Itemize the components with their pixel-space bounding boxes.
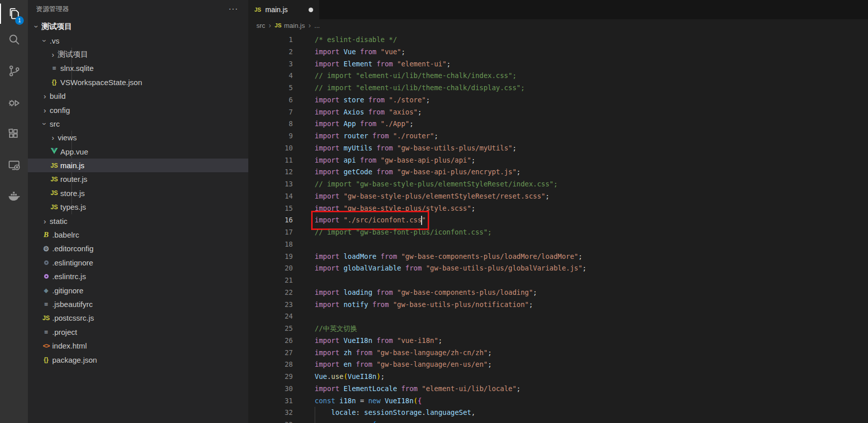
- code-line-23[interactable]: 23import notify from "gw-base-utils-plus…: [248, 299, 868, 311]
- tree-item-.eslintrc.js[interactable]: .eslintrc.js: [28, 270, 248, 283]
- more-actions-icon[interactable]: ···: [229, 5, 238, 14]
- chevron-right-icon: ›: [40, 92, 50, 100]
- code-line-32[interactable]: 32 locale: sessionStorage.languageSet,: [248, 407, 868, 419]
- tree-item-main.js[interactable]: JSmain.js: [28, 159, 248, 172]
- tree-item-slnx.sqlite[interactable]: ≡slnx.sqlite: [28, 61, 248, 75]
- line-number: 33: [248, 419, 293, 423]
- code-line-18[interactable]: 18: [248, 239, 868, 251]
- tree-item-router.js[interactable]: JSrouter.js: [28, 172, 248, 186]
- tree-item-.vs[interactable]: ›.vs: [28, 33, 248, 47]
- tree-item-测试项目[interactable]: ›测试项目: [28, 20, 248, 33]
- extensions-icon[interactable]: [0, 122, 28, 146]
- code-line-33[interactable]: 33 messages: {: [248, 419, 868, 423]
- remote-explorer-icon[interactable]: [0, 153, 28, 178]
- source-control-icon[interactable]: [0, 59, 28, 83]
- tree-item-App.vue[interactable]: App.vue: [28, 145, 248, 159]
- tree-item-src[interactable]: ›src: [28, 117, 248, 131]
- code-line-21[interactable]: 21: [248, 275, 868, 287]
- modified-dot-icon[interactable]: [309, 8, 313, 12]
- breadcrumb-item-src[interactable]: src: [256, 22, 265, 29]
- tree-item-.jsbeautifyrc[interactable]: ≡.jsbeautifyrc: [28, 297, 248, 311]
- tree-item-package.json[interactable]: {}package.json: [28, 353, 248, 366]
- highlight-box: import "./src/iconfont.css": [315, 214, 426, 226]
- tree-item-.postcssrc.js[interactable]: JS.postcssrc.js: [28, 311, 248, 325]
- line-number: 13: [248, 178, 293, 190]
- tree-item-label: static: [50, 217, 67, 225]
- tree-item-.project[interactable]: ≡.project: [28, 325, 248, 339]
- run-debug-icon[interactable]: [0, 91, 28, 115]
- tree-item-store.js[interactable]: JSstore.js: [28, 186, 248, 200]
- tree-item-static[interactable]: ›static: [28, 214, 248, 227]
- tree-item-label: store.js: [60, 189, 85, 198]
- code-line-14[interactable]: 14import "gw-base-style-plus/elementStyl…: [248, 190, 868, 203]
- tree-item-label: build: [50, 92, 66, 100]
- tree-item-.babelrc[interactable]: B.babelrc: [28, 228, 248, 242]
- line-number: 15: [248, 203, 293, 215]
- code-line-4[interactable]: 4// import "element-ui/lib/theme-chalk/i…: [248, 70, 868, 82]
- code-line-19[interactable]: 19import loadMore from "gw-base-componen…: [248, 251, 868, 263]
- breadcrumb-item-main.js[interactable]: JSmain.js: [275, 22, 305, 29]
- code-line-27[interactable]: 27import zh from "gw-base-language/zh-cn…: [248, 347, 868, 359]
- line-number: 4: [248, 70, 293, 82]
- code-line-6[interactable]: 6import store from "./store";: [248, 94, 868, 106]
- tree-item-label: .editorconfig: [52, 244, 94, 253]
- tab-label: main.js: [265, 6, 287, 14]
- js-file-icon: JS: [254, 7, 261, 13]
- line-number: 11: [248, 155, 293, 167]
- code-line-30[interactable]: 30import ElementLocale from "element-ui/…: [248, 383, 868, 395]
- line-number: 26: [248, 335, 293, 347]
- code-line-20[interactable]: 20import globalVariable from "gw-base-ut…: [248, 262, 868, 275]
- tab-main-js[interactable]: JS main.js: [248, 0, 319, 19]
- code-line-1[interactable]: 1/* eslint-disable */: [248, 34, 868, 46]
- code-line-16[interactable]: 16import "./src/iconfont.css": [248, 214, 868, 226]
- breadcrumb-item-...[interactable]: ...: [314, 22, 320, 29]
- code-line-5[interactable]: 5// import "element-ui/lib/theme-chalk/d…: [248, 82, 868, 94]
- explorer-sidebar: 资源管理器 ··· ›测试项目›.vs›测试项目≡slnx.sqlite{}VS…: [28, 0, 248, 423]
- tree-item-index.html[interactable]: <>index.html: [28, 339, 248, 353]
- line-number: 25: [248, 323, 293, 335]
- tab-bar: JS main.js: [248, 0, 868, 19]
- tree-item-VSWorkspaceState.json[interactable]: {}VSWorkspaceState.json: [28, 75, 248, 89]
- explorer-icon[interactable]: 1: [0, 2, 28, 26]
- code-area[interactable]: 1/* eslint-disable */2import Vue from "v…: [248, 31, 868, 423]
- tree-item-.eslintignore[interactable]: .eslintignore: [28, 256, 248, 270]
- line-number: 14: [248, 190, 293, 203]
- line-number: 19: [248, 251, 293, 263]
- tree-item-types.js[interactable]: JStypes.js: [28, 200, 248, 214]
- code-line-25[interactable]: 25//中英文切换: [248, 323, 868, 335]
- tree-item-views[interactable]: ›views: [28, 131, 248, 144]
- code-line-12[interactable]: 12import getCode from "gw-base-api-plus/…: [248, 166, 868, 178]
- code-line-2[interactable]: 2import Vue from "vue";: [248, 46, 868, 58]
- tree-item-.gitignore[interactable]: ◆.gitignore: [28, 283, 248, 297]
- code-line-31[interactable]: 31const i18n = new VueI18n({: [248, 395, 868, 407]
- tree-item-label: .vs: [50, 36, 59, 45]
- code-line-9[interactable]: 9import router from "./router";: [248, 130, 868, 142]
- code-line-24[interactable]: 24: [248, 311, 868, 323]
- tree-item-config[interactable]: ›config: [28, 103, 248, 117]
- code-line-22[interactable]: 22import loading from "gw-base-component…: [248, 287, 868, 299]
- code-line-13[interactable]: 13// import "gw-base-style-plus/elementS…: [248, 178, 868, 190]
- code-line-28[interactable]: 28import en from "gw-base-language/en-us…: [248, 359, 868, 371]
- code-line-29[interactable]: 29Vue.use(VueI18n);: [248, 371, 868, 383]
- tree-item-label: .gitignore: [52, 286, 84, 295]
- code-line-8[interactable]: 8import App from "./App";: [248, 118, 868, 130]
- breadcrumb: src›JSmain.js›...: [248, 19, 868, 31]
- tree-item-.editorconfig[interactable]: ⚙.editorconfig: [28, 242, 248, 255]
- line-number: 20: [248, 262, 293, 275]
- line-number: 30: [248, 383, 293, 395]
- line-number: 29: [248, 371, 293, 383]
- line-number: 21: [248, 275, 293, 287]
- tree-item-build[interactable]: ›build: [28, 89, 248, 103]
- code-line-26[interactable]: 26import VueI18n from "vue-i18n";: [248, 335, 868, 347]
- tree-item-测试项目[interactable]: ›测试项目: [28, 48, 248, 61]
- tree-item-label: package.json: [52, 356, 97, 364]
- code-line-7[interactable]: 7import Axios from "axios";: [248, 106, 868, 119]
- code-line-15[interactable]: 15import "gw-base-style-plus/style.scss"…: [248, 203, 868, 215]
- code-line-17[interactable]: 17// import "gw-base-font-plus/iconfont.…: [248, 226, 868, 239]
- code-line-3[interactable]: 3import Element from "element-ui";: [248, 58, 868, 70]
- docker-icon[interactable]: [0, 183, 28, 207]
- code-line-10[interactable]: 10import myUtils from "gw-base-utils-plu…: [248, 142, 868, 155]
- search-icon[interactable]: [0, 27, 28, 52]
- code-line-11[interactable]: 11import api from "gw-base-api-plus/api"…: [248, 155, 868, 167]
- activity-bar: 1: [0, 0, 28, 423]
